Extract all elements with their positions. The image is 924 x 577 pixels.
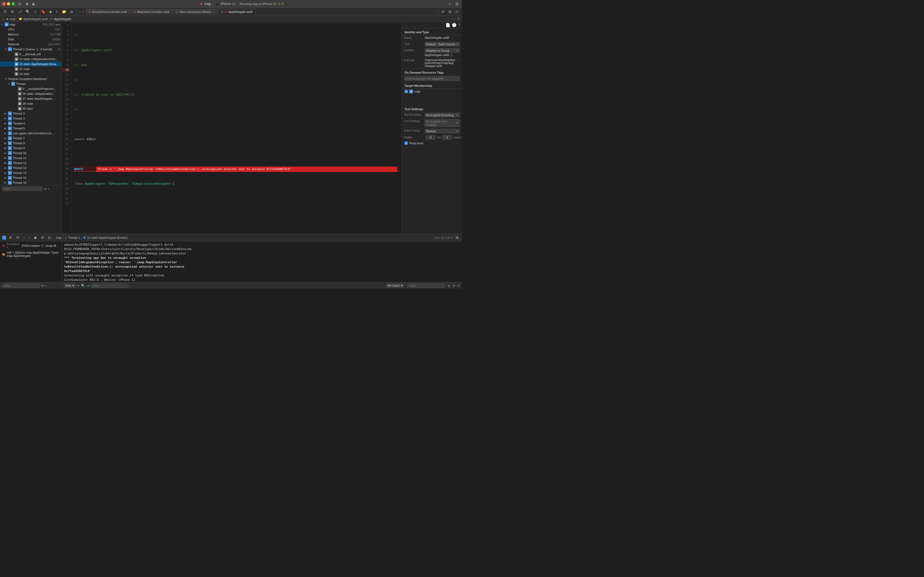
exc-f30[interactable]: ▣ 30 start [0, 106, 61, 111]
sidebar-filter-icon2[interactable]: + [48, 187, 49, 190]
debug-step-out-btn[interactable]: ↑ [28, 235, 32, 240]
stop-button[interactable]: ■ [25, 2, 29, 6]
inspector-button[interactable]: ⊡ [454, 9, 460, 14]
sidebar-t5[interactable]: ● Thread 5 [0, 126, 61, 131]
left-filter-icon2[interactable]: + [45, 284, 47, 287]
frame-f16[interactable]: ▣ 16 main [0, 66, 61, 71]
frame-f14[interactable]: ▣ 14 static UIApplicationDele... [0, 56, 61, 61]
ea-t11[interactable] [5, 156, 7, 160]
rp-encoding-dropdown[interactable]: No Explicit Encoding ▼ [425, 113, 460, 117]
list-button[interactable]: ≣ [69, 9, 74, 14]
sidebar-filter-input[interactable] [2, 187, 43, 191]
sidebar-t3[interactable]: ● Thread 3 [0, 116, 61, 121]
rp-file-icon[interactable]: 📄 [446, 23, 450, 27]
exc-f0[interactable]: ▣ 0 __exceptionPreproce... [0, 86, 61, 91]
left-filter-input[interactable] [2, 284, 40, 288]
tab-appdelegate[interactable]: ⚠ S AppDelegate.swift [218, 9, 256, 15]
add-tab-button[interactable]: ＋ [447, 2, 453, 6]
expand-arrow-project[interactable] [1, 23, 4, 26]
ea-t10[interactable] [5, 152, 7, 155]
debug-console[interactable]: ameworks/DTDDISupport.framework/libViewD… [62, 242, 462, 282]
breadcrumb-nav-forward[interactable]: › [5, 17, 5, 21]
branch-button[interactable]: ⎇ [16, 9, 23, 14]
ea-t9[interactable] [5, 147, 7, 150]
exc-thread-row[interactable]: ● Thread [0, 81, 61, 86]
sidebar-project-row[interactable]: ◈ map PID 1810 ● ●● [0, 22, 61, 27]
folder-button[interactable]: 📁 [60, 9, 68, 14]
sidebar-t14[interactable]: ● Thread 14 [0, 170, 61, 175]
rp-location-dropdown[interactable]: Relative to Group ▼ [425, 48, 460, 53]
nav-forward-button[interactable]: › [82, 10, 85, 14]
rp-type-dropdown[interactable]: Default - Swift Source ▼ [425, 42, 460, 47]
code-editor[interactable]: 1 2 3 4 5 6 7 8 9 10 11 12 13 14 [62, 22, 402, 234]
sidebar-t9[interactable]: ● Thread 9 [0, 146, 61, 151]
run-button[interactable]: ▶ [31, 2, 37, 6]
breadcrumb-prev-button[interactable]: ‹ [452, 17, 453, 21]
debug-sim-btn[interactable]: ⊡ [47, 235, 52, 240]
layout-button[interactable]: ⊞ [454, 2, 460, 6]
rp-fullpath-icon[interactable]: → [457, 58, 460, 62]
ea-t13[interactable] [5, 166, 7, 169]
sidebar-t15[interactable]: ● Thread 15 [0, 175, 61, 180]
ea-t7[interactable] [5, 137, 7, 140]
frame-f18[interactable]: ▣ 18 start [0, 71, 61, 76]
rp-indent-dropdown[interactable]: Spaces ▼ [425, 129, 460, 133]
sidebar-t16[interactable]: ● Thread 16 [0, 180, 61, 185]
grid-button[interactable]: ⊞ [447, 9, 453, 14]
expand-arrow-t1[interactable] [5, 48, 7, 50]
sidebar-thread1-row[interactable]: ● Thread 1 Queue: c...d (serial) ⚠ [0, 47, 61, 52]
debug-swap-btn[interactable]: ⇄ [40, 235, 45, 240]
exc-backtrace-row[interactable]: Original Exception Backtrace [0, 76, 61, 81]
sidebar-t4[interactable]: ● Thread 4 [0, 121, 61, 126]
debug-continue-btn[interactable]: ▶ [33, 235, 38, 240]
breadcrumb-appdelegate[interactable]: AppDelegate [54, 17, 71, 21]
ea-exc-thread[interactable] [8, 82, 10, 85]
sidebar-t8[interactable]: ● Thread 8 [0, 141, 61, 146]
code-content[interactable]: // // AppDelegate.swift // map // // Cre… [72, 22, 402, 234]
ea-t14[interactable] [5, 171, 7, 174]
bookmark-button[interactable]: 🔖 [40, 9, 47, 14]
warning-button[interactable]: ⚠ [32, 9, 39, 14]
left-filter-icon1[interactable]: ⊡ [41, 284, 44, 287]
exc-f26[interactable]: ▣ 26 static UIApplication... [0, 91, 61, 96]
nav-back-button[interactable]: ‹ [79, 10, 81, 14]
ea-com[interactable] [5, 132, 7, 135]
sidebar-t12[interactable]: ● Thread 12 [0, 160, 61, 165]
sidebar-t7[interactable]: ● Thread 7 [0, 136, 61, 141]
sidebar-t11[interactable]: ● Thread 11 [0, 156, 61, 160]
debug-expand-btn[interactable]: ⊞ [455, 235, 460, 240]
frame-pthread-kill[interactable]: ▣ 0 __pthread_kill [0, 52, 61, 56]
rp-history-icon[interactable]: 🕐 [452, 23, 457, 27]
ea-t16[interactable] [5, 181, 7, 184]
find-button[interactable]: ≡ [55, 9, 60, 14]
search-button[interactable]: 🔍 [24, 9, 31, 14]
code-review-button[interactable]: ⇄ [440, 9, 446, 14]
tab-storyboard[interactable]: ⊡ Main.storyboard (Base) × [173, 9, 217, 15]
sidebar-com-apple[interactable]: ● com.apple.uikit.eventfetch-th... [0, 131, 61, 136]
output-selector[interactable]: All Output ▼ [386, 284, 404, 288]
rp-help-icon[interactable]: ? [458, 23, 460, 27]
tab-resultsvc[interactable]: S ResultViewController.swift [86, 9, 130, 14]
ea-t3[interactable] [5, 117, 7, 120]
debug-step-in-btn[interactable]: ↓ [22, 235, 26, 240]
sidebar-open-button[interactable]: ☰ [2, 9, 8, 14]
rp-tab-width-input[interactable] [426, 135, 436, 140]
close-button[interactable] [2, 2, 5, 5]
rp-ondemand-input[interactable]: Only resources are taggable [404, 76, 460, 81]
sidebar-t13[interactable]: ● Thread 13 [0, 165, 61, 170]
debug-step-over-btn[interactable]: ⟳ [15, 235, 20, 240]
ea-t8[interactable] [5, 142, 7, 145]
ea-exc[interactable] [5, 77, 7, 80]
sidebar-toggle-button[interactable]: ⊟ [17, 2, 23, 6]
rp-wraplines-checkbox[interactable]: ✓ [404, 142, 408, 145]
ea-t15[interactable] [5, 176, 7, 179]
tab-mapvc[interactable]: S MapViewController.swift [131, 9, 173, 14]
debug-pause-btn[interactable]: ⏸ [8, 235, 13, 240]
sidebar-filter-icon1[interactable]: ⊡ [44, 187, 47, 191]
sidebar-t10[interactable]: ● Thread 10 [0, 151, 61, 156]
maximize-button[interactable] [11, 2, 15, 5]
right-filter-input[interactable] [407, 284, 445, 288]
rp-indent-width-input[interactable] [442, 135, 452, 140]
target-checkbox[interactable]: ✓ [404, 90, 408, 93]
ea-t5[interactable] [5, 127, 7, 130]
